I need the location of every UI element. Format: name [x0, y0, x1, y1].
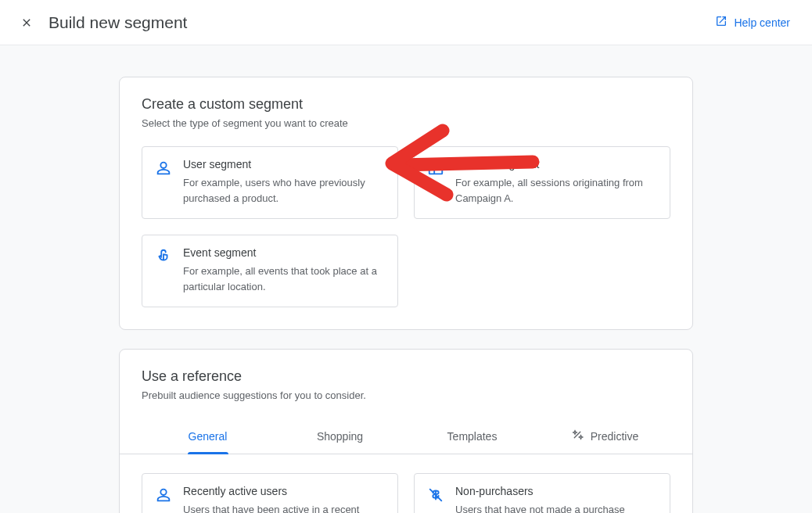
- segment-desc: Users that have not made a purchase: [455, 502, 625, 513]
- svg-rect-1: [429, 163, 443, 167]
- segment-body: Recently active users Users that have be…: [183, 485, 385, 513]
- segment-body: Event segment For example, all events th…: [183, 246, 385, 294]
- reference-grid: Recently active users Users that have be…: [142, 473, 670, 513]
- segment-body: User segment For example, users who have…: [183, 158, 385, 206]
- segment-title: Session segment: [455, 158, 657, 170]
- person-icon: [155, 485, 172, 513]
- tab-predictive-label: Predictive: [591, 430, 638, 443]
- user-segment-option[interactable]: User segment For example, users who have…: [142, 146, 398, 219]
- use-reference-card: Use a reference Prebuilt audience sugges…: [119, 349, 693, 513]
- reference-title: Use a reference: [142, 368, 670, 385]
- custom-subtitle: Select the type of segment you want to c…: [142, 117, 670, 129]
- recently-active-users-option[interactable]: Recently active users Users that have be…: [142, 473, 398, 513]
- tab-general[interactable]: General: [142, 418, 274, 454]
- tab-templates[interactable]: Templates: [406, 418, 538, 454]
- open-in-new-icon: [715, 15, 728, 30]
- header-left: Build new segment: [20, 13, 187, 32]
- dialog-header: Build new segment Help center: [0, 0, 812, 45]
- reference-tabs: General Shopping Templates Predictive: [120, 418, 692, 454]
- main-area: Create a custom segment Select the type …: [0, 45, 812, 513]
- help-center-link[interactable]: Help center: [715, 15, 790, 30]
- segment-title: Recently active users: [183, 485, 385, 497]
- magic-wand-icon: [570, 428, 584, 444]
- segment-body: Session segment For example, all session…: [455, 158, 657, 206]
- segment-body: Non-purchasers Users that have not made …: [455, 485, 625, 513]
- no-money-icon: [427, 485, 444, 513]
- person-icon: [155, 158, 172, 206]
- session-segment-option[interactable]: Session segment For example, all session…: [414, 146, 670, 219]
- touch-icon: [155, 246, 172, 294]
- help-center-label: Help center: [734, 16, 790, 29]
- segment-title: Event segment: [183, 246, 385, 259]
- custom-title: Create a custom segment: [142, 96, 670, 113]
- segment-options-grid: User segment For example, users who have…: [142, 146, 670, 307]
- segment-title: User segment: [183, 158, 385, 170]
- page-title: Build new segment: [49, 13, 187, 32]
- event-segment-option[interactable]: Event segment For example, all events th…: [142, 235, 398, 307]
- close-icon[interactable]: [20, 16, 33, 29]
- reference-subtitle: Prebuilt audience suggestions for you to…: [142, 389, 670, 401]
- create-custom-segment-card: Create a custom segment Select the type …: [119, 77, 693, 330]
- segment-desc: Users that have been active in a recent …: [183, 502, 385, 513]
- tab-predictive[interactable]: Predictive: [538, 418, 670, 454]
- segment-desc: For example, users who have previously p…: [183, 175, 385, 206]
- segment-desc: For example, all sessions originating fr…: [455, 175, 657, 206]
- tab-shopping[interactable]: Shopping: [274, 418, 406, 454]
- segment-desc: For example, all events that took place …: [183, 264, 385, 294]
- segment-title: Non-purchasers: [455, 485, 625, 497]
- web-page-icon: [427, 158, 444, 206]
- non-purchasers-option[interactable]: Non-purchasers Users that have not made …: [414, 473, 670, 513]
